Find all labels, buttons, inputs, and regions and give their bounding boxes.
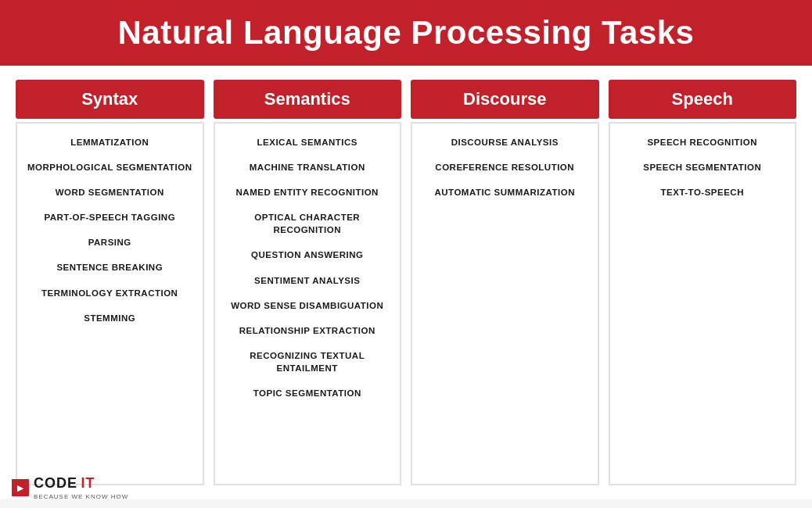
list-item: MACHINE TRANSLATION (245, 155, 370, 180)
list-item: STEMMING (79, 306, 140, 331)
list-item: PARSING (84, 230, 136, 255)
list-item: COREFERENCE RESOLUTION (430, 155, 579, 180)
list-item: NAMED ENTITY RECOGNITION (232, 180, 383, 205)
main-content: SyntaxLEMMATIZATIONMORPHOLOGICAL SEGMENT… (0, 66, 812, 499)
column-body-discourse: DISCOURSE ANALYSISCOREFERENCE RESOLUTION… (411, 122, 599, 485)
list-item: TOPIC SEGMENTATION (249, 381, 366, 406)
column-header-semantics: Semantics (214, 80, 402, 119)
list-item: MORPHOLOGICAL SEGMENTATION (23, 155, 196, 180)
page-header: Natural Language Processing Tasks (0, 0, 812, 66)
list-item: SENTIMENT ANALYSIS (250, 268, 365, 293)
list-item: PART-OF-SPEECH TAGGING (39, 205, 180, 230)
list-item: OPTICAL CHARACTER RECOGNITION (218, 205, 397, 242)
footer-tagline: BECAUSE WE KNOW HOW (34, 493, 128, 500)
list-item: SENTENCE BREAKING (52, 255, 167, 280)
list-item: SPEECH RECOGNITION (642, 130, 762, 155)
list-item: DISCOURSE ANALYSIS (447, 130, 563, 155)
column-speech: SpeechSPEECH RECOGNITIONSPEECH SEGMENTAT… (609, 80, 797, 485)
footer-logo: ▶ (12, 479, 29, 496)
logo-square: ▶ (12, 479, 29, 496)
column-body-semantics: LEXICAL SEMANTICSMACHINE TRANSLATIONNAME… (214, 122, 402, 485)
list-item: TEXT-TO-SPEECH (656, 180, 749, 205)
list-item: WORD SENSE DISAMBIGUATION (226, 293, 388, 318)
list-item: LEMMATIZATION (66, 130, 153, 155)
column-body-syntax: LEMMATIZATIONMORPHOLOGICAL SEGMENTATIONW… (16, 122, 204, 485)
page-title: Natural Language Processing Tasks (16, 14, 796, 52)
column-discourse: DiscourseDISCOURSE ANALYSISCOREFERENCE R… (411, 80, 599, 485)
column-header-speech: Speech (609, 80, 797, 119)
list-item: QUESTION ANSWERING (246, 242, 368, 267)
column-header-discourse: Discourse (411, 80, 599, 119)
column-syntax: SyntaxLEMMATIZATIONMORPHOLOGICAL SEGMENT… (16, 80, 204, 485)
list-item: TERMINOLOGY EXTRACTION (37, 281, 182, 306)
footer: ▶ CODE IT BECAUSE WE KNOW HOW (12, 475, 128, 500)
column-header-syntax: Syntax (16, 80, 204, 119)
column-body-speech: SPEECH RECOGNITIONSPEECH SEGMENTATIONTEX… (609, 122, 797, 485)
list-item: WORD SEGMENTATION (51, 180, 169, 205)
list-item: SPEECH SEGMENTATION (638, 155, 766, 180)
list-item: RELATIONSHIP EXTRACTION (235, 318, 380, 343)
footer-brand: CODE IT (34, 475, 128, 492)
list-item: LEXICAL SEMANTICS (253, 130, 362, 155)
list-item: AUTOMATIC SUMMARIZATION (429, 180, 580, 205)
footer-text: CODE IT BECAUSE WE KNOW HOW (34, 475, 128, 500)
column-semantics: SemanticsLEXICAL SEMANTICSMACHINE TRANSL… (214, 80, 402, 485)
list-item: RECOGNIZING TEXTUAL ENTAILMENT (218, 343, 397, 381)
